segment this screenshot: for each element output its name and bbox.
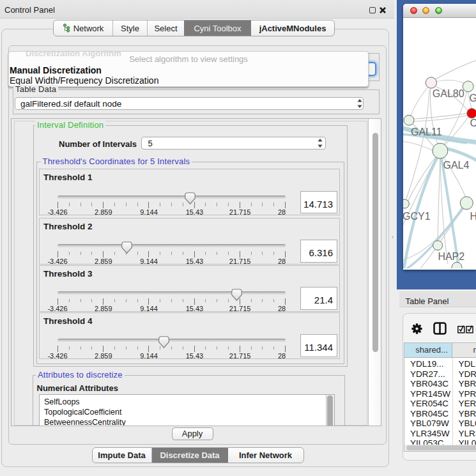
svg-text:GAL11: GAL11 [411,127,442,137]
svg-text:HIS4: HIS4 [470,211,476,222]
svg-text:GAL4: GAL4 [443,160,470,171]
svg-text:GAL80: GAL80 [433,88,464,99]
svg-text:CD: CD [470,118,476,128]
svg-text:GA: GA [470,93,476,104]
svg-text:GCY1: GCY1 [403,211,431,222]
svg-text:HAP2: HAP2 [438,251,464,262]
